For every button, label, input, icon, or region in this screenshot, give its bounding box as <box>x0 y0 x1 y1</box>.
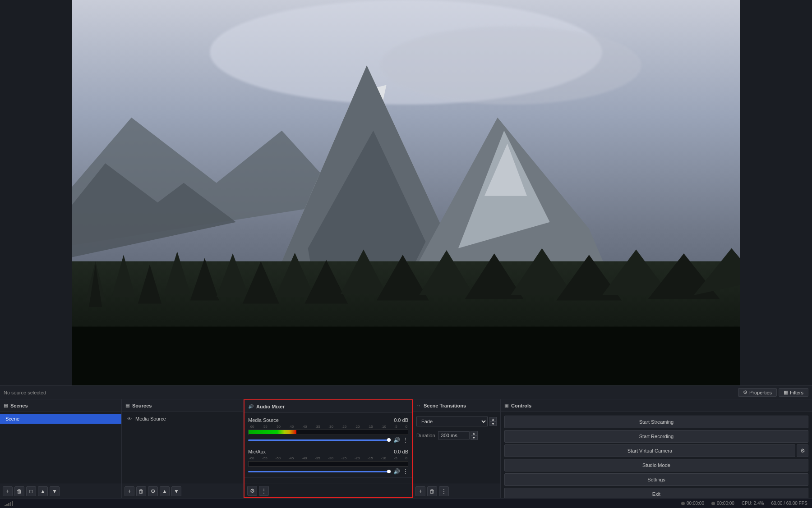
exit-button[interactable]: Exit <box>504 488 808 498</box>
controls-panel-header: ▣ Controls <box>501 399 812 412</box>
preview-area <box>0 0 812 385</box>
panels-row: ▤ Scenes Scene + 🗑 □ ▲ ▼ ▤ Sources 👁 Med… <box>0 399 812 498</box>
transitions-content: Fade Cut Move ▲ ▼ Duration ▲ ▼ <box>413 412 500 484</box>
scene-item-scene[interactable]: Scene <box>0 414 121 424</box>
virtual-camera-settings-button[interactable]: ⚙ <box>797 444 808 457</box>
add-scene-button[interactable]: + <box>3 486 13 496</box>
transition-select[interactable]: Fade Cut Move <box>416 416 488 426</box>
virtual-camera-row: Start Virtual Camera ⚙ <box>504 444 808 457</box>
controls-content: Start Streaming Start Recording Start Vi… <box>501 412 812 498</box>
transition-spinner-up[interactable]: ▲ <box>489 417 497 421</box>
transitions-panel-title: Scene Transitions <box>424 403 466 408</box>
sources-panel-header: ▤ Sources <box>122 399 243 412</box>
fps-display: 60.00 / 60.00 FPS <box>771 501 807 506</box>
duration-spinner-down[interactable]: ▼ <box>471 435 478 440</box>
remove-transition-button[interactable]: 🗑 <box>427 486 437 496</box>
recording-status-dot <box>681 502 685 505</box>
remove-scene-button[interactable]: 🗑 <box>14 486 24 496</box>
transition-menu-button[interactable]: ⋮ <box>439 486 449 496</box>
signal-bar-2 <box>6 504 8 506</box>
source-settings-button[interactable]: ⚙ <box>148 486 158 496</box>
signal-bar-1 <box>5 505 6 506</box>
transitions-panel-footer: + 🗑 ⋮ <box>413 484 500 498</box>
settings-button[interactable]: Settings <box>504 473 808 486</box>
audio-panel-icon: 🔊 <box>248 404 254 409</box>
start-streaming-button[interactable]: Start Streaming <box>504 416 808 428</box>
meter-bar-media <box>248 430 408 435</box>
volume-slider-media[interactable] <box>248 439 391 441</box>
source-down-button[interactable]: ▼ <box>171 486 181 496</box>
remove-source-button[interactable]: 🗑 <box>136 486 146 496</box>
signal-bar-4 <box>10 502 11 506</box>
duration-spinner-up[interactable]: ▲ <box>471 431 478 435</box>
recording-time-indicator: 00:00:00 <box>681 501 704 506</box>
start-recording-button[interactable]: Start Recording <box>504 430 808 443</box>
audio-tracks: Media Source 0.0 dB -60 -55 -50 -45 -40 … <box>245 413 412 484</box>
track-options-mic[interactable]: ⋮ <box>403 468 408 475</box>
scene-options-button[interactable]: □ <box>26 486 36 496</box>
left-sidebar <box>0 0 72 385</box>
scenes-panel-footer: + 🗑 □ ▲ ▼ <box>0 484 121 498</box>
transitions-panel-header: ↔ Scene Transitions <box>413 399 500 412</box>
audio-panel-footer: ⚙ ⋮ <box>245 484 412 497</box>
add-transition-button[interactable]: + <box>415 486 425 496</box>
audio-track-mic-name: Mic/Aux <box>248 449 266 454</box>
no-source-text: No source selected <box>4 390 736 395</box>
svg-point-2 <box>380 26 641 105</box>
duration-row: Duration ▲ ▼ <box>413 429 500 442</box>
scenes-panel-title: Scenes <box>10 403 28 408</box>
sources-list: 👁 Media Source <box>122 412 243 484</box>
scenes-panel: ▤ Scenes Scene + 🗑 □ ▲ ▼ <box>0 399 122 498</box>
properties-gear-icon: ⚙ <box>743 389 747 395</box>
volume-slider-mic[interactable] <box>248 471 391 472</box>
duration-label: Duration <box>416 433 435 438</box>
status-bar: 00:00:00 00:00:00 CPU: 2.4% 60.00 / 60.0… <box>0 498 812 508</box>
controls-panel-title: Controls <box>511 403 531 408</box>
audio-panel-header: 🔊 Audio Mixer <box>245 400 412 413</box>
controls-panel: ▣ Controls Start Streaming Start Recordi… <box>501 399 812 498</box>
streaming-time-indicator: 00:00:00 <box>711 501 734 506</box>
sources-panel: ▤ Sources 👁 Media Source + 🗑 ⚙ ▲ ▼ <box>122 399 244 498</box>
audio-panel-title: Audio Mixer <box>256 404 285 409</box>
audio-track-mic: Mic/Aux 0.0 dB -60 -55 -50 -45 -40 -35 -… <box>245 446 412 478</box>
signal-bar-3 <box>8 503 9 506</box>
transitions-panel-icon: ↔ <box>416 403 421 408</box>
scenes-panel-icon: ▤ <box>4 403 8 408</box>
streaming-status-dot <box>711 502 715 505</box>
signal-bars <box>5 501 13 506</box>
audio-settings-button[interactable]: ⚙ <box>247 486 257 496</box>
meter-bar-mic <box>248 461 408 467</box>
add-source-button[interactable]: + <box>125 486 134 496</box>
studio-mode-button[interactable]: Studio Mode <box>504 459 808 471</box>
audio-track-media-db: 0.0 dB <box>394 417 408 423</box>
mute-icon-media[interactable]: 🔊 <box>393 437 400 443</box>
scenes-panel-header: ▤ Scenes <box>0 399 121 412</box>
audio-track-media-header: Media Source 0.0 dB <box>248 417 408 423</box>
duration-input[interactable] <box>438 431 470 439</box>
audio-track-media-name: Media Source <box>248 417 279 423</box>
mute-icon-mic[interactable]: 🔊 <box>393 468 400 475</box>
start-virtual-camera-button[interactable]: Start Virtual Camera <box>504 444 795 457</box>
sources-panel-footer: + 🗑 ⚙ ▲ ▼ <box>122 484 243 498</box>
source-up-button[interactable]: ▲ <box>160 486 170 496</box>
scene-up-button[interactable]: ▲ <box>38 486 48 496</box>
source-name: Media Source <box>135 416 166 421</box>
meter-level-media <box>249 430 296 434</box>
volume-slider-thumb-media <box>387 438 391 442</box>
volume-slider-thumb-mic <box>387 470 391 473</box>
source-item-media[interactable]: 👁 Media Source <box>122 414 243 424</box>
sources-panel-title: Sources <box>132 403 152 408</box>
transition-spinner-down[interactable]: ▼ <box>489 421 497 426</box>
properties-button[interactable]: ⚙ Properties <box>738 388 777 397</box>
track-options-media[interactable]: ⋮ <box>403 437 408 443</box>
scene-down-button[interactable]: ▼ <box>50 486 60 496</box>
audio-menu-button[interactable]: ⋮ <box>259 486 269 496</box>
filters-icon: ▦ <box>784 389 788 395</box>
source-visibility-icon: 👁 <box>127 416 132 421</box>
signal-bar-5 <box>12 501 13 506</box>
meter-scale-labels-1: -60 -55 -50 -45 -40 -35 -30 -25 -20 -15 … <box>248 456 408 460</box>
filters-button[interactable]: ▦ Filters <box>779 388 808 397</box>
svg-rect-34 <box>72 327 740 385</box>
recording-time: 00:00:00 <box>687 501 704 506</box>
preview-canvas <box>72 0 740 385</box>
